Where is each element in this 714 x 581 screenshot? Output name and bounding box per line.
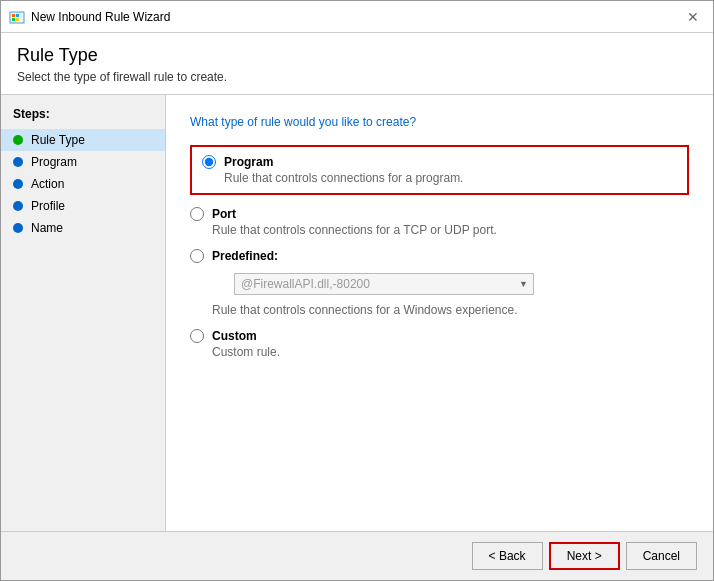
svg-rect-1 xyxy=(12,14,15,17)
radio-program[interactable] xyxy=(202,155,216,169)
desc-port: Rule that controls connections for a TCP… xyxy=(212,223,689,237)
label-port: Port xyxy=(212,207,236,221)
step-dot-name xyxy=(13,223,23,233)
title-bar-text: New Inbound Rule Wizard xyxy=(31,10,681,24)
desc-program: Rule that controls connections for a pro… xyxy=(224,171,677,185)
sidebar-label-profile: Profile xyxy=(31,199,65,213)
option-port[interactable]: Port Rule that controls connections for … xyxy=(190,207,689,237)
radio-custom[interactable] xyxy=(190,329,204,343)
content-area: Steps: Rule Type Program Action Profile … xyxy=(1,95,713,531)
radio-group: Program Rule that controls connections f… xyxy=(190,145,689,371)
back-button[interactable]: < Back xyxy=(472,542,543,570)
label-custom: Custom xyxy=(212,329,257,343)
step-dot-profile xyxy=(13,201,23,211)
radio-predefined[interactable] xyxy=(190,249,204,263)
main-content: What type of rule would you like to crea… xyxy=(166,95,713,531)
svg-rect-4 xyxy=(16,18,19,21)
header: Rule Type Select the type of firewall ru… xyxy=(1,33,713,95)
svg-rect-2 xyxy=(16,14,19,17)
steps-label: Steps: xyxy=(1,107,165,129)
next-button[interactable]: Next > xyxy=(549,542,620,570)
step-dot-rule-type xyxy=(13,135,23,145)
sidebar-label-program: Program xyxy=(31,155,77,169)
svg-rect-3 xyxy=(12,18,15,21)
page-title: Rule Type xyxy=(17,45,697,66)
label-program: Program xyxy=(224,155,273,169)
close-button[interactable]: ✕ xyxy=(681,5,705,29)
option-predefined[interactable]: Predefined: @FirewallAPI.dll,-80200 Rule… xyxy=(190,249,689,317)
sidebar-item-rule-type[interactable]: Rule Type xyxy=(1,129,165,151)
sidebar-label-action: Action xyxy=(31,177,64,191)
footer: < Back Next > Cancel xyxy=(1,531,713,580)
sidebar-item-profile[interactable]: Profile xyxy=(1,195,165,217)
main-window: New Inbound Rule Wizard ✕ Rule Type Sele… xyxy=(0,0,714,581)
sidebar-label-name: Name xyxy=(31,221,63,235)
sidebar-label-rule-type: Rule Type xyxy=(31,133,85,147)
predefined-dropdown[interactable]: @FirewallAPI.dll,-80200 xyxy=(234,273,534,295)
desc-predefined: Rule that controls connections for a Win… xyxy=(212,303,689,317)
desc-custom: Custom rule. xyxy=(212,345,689,359)
question-text: What type of rule would you like to crea… xyxy=(190,115,689,129)
page-subtitle: Select the type of firewall rule to crea… xyxy=(17,70,697,84)
sidebar-item-program[interactable]: Program xyxy=(1,151,165,173)
sidebar: Steps: Rule Type Program Action Profile … xyxy=(1,95,166,531)
step-dot-program xyxy=(13,157,23,167)
cancel-button[interactable]: Cancel xyxy=(626,542,697,570)
option-program[interactable]: Program Rule that controls connections f… xyxy=(190,145,689,195)
svg-rect-0 xyxy=(10,12,24,23)
label-predefined: Predefined: xyxy=(212,249,278,263)
option-custom[interactable]: Custom Custom rule. xyxy=(190,329,689,359)
window-icon xyxy=(9,9,25,25)
title-bar: New Inbound Rule Wizard ✕ xyxy=(1,1,713,33)
radio-port[interactable] xyxy=(190,207,204,221)
sidebar-item-action[interactable]: Action xyxy=(1,173,165,195)
step-dot-action xyxy=(13,179,23,189)
sidebar-item-name[interactable]: Name xyxy=(1,217,165,239)
